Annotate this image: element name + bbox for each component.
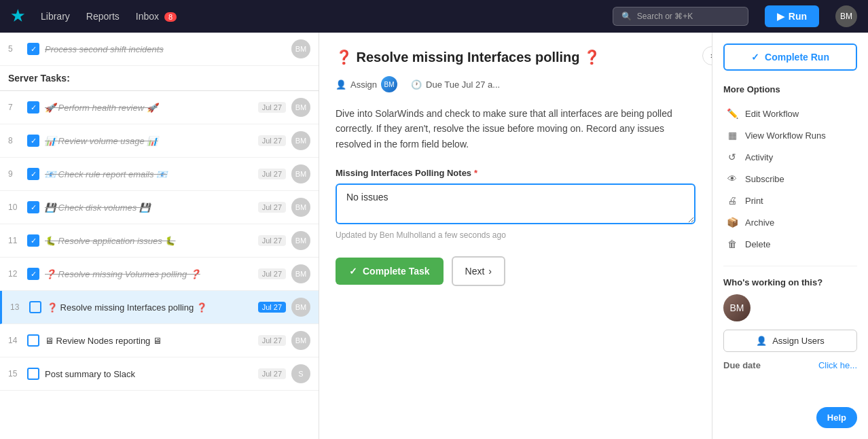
task-row[interactable]: 5 Process second shift incidents BM (0, 33, 319, 66)
task-title: 🚀 Perform health review 🚀 (45, 103, 253, 113)
who-working-label: Who's working on this? (723, 277, 857, 287)
option-icon: 📦 (726, 217, 738, 228)
assign-users-button[interactable]: 👤 Assign Users (723, 330, 857, 352)
task-checkbox[interactable] (27, 101, 39, 113)
option-delete[interactable]: 🗑Delete (723, 233, 857, 255)
right-panel: ✓ Complete Run More Options ✏️Edit Workf… (712, 33, 868, 439)
option-archive[interactable]: 📦Archive (723, 211, 857, 233)
task-row[interactable]: 13 ❓ Resolve missing Interfaces polling … (0, 291, 319, 324)
due-date-label: Due date (723, 360, 761, 370)
task-avatar: BM (291, 39, 310, 58)
task-avatar: BM (291, 264, 310, 283)
option-label: Activity (745, 152, 773, 162)
date-badge: Jul 27 (258, 235, 286, 246)
task-avatar: BM (291, 298, 310, 317)
option-edit-workflow[interactable]: ✏️Edit Workflow (723, 103, 857, 124)
date-badge: Jul 27 (258, 368, 286, 379)
task-detail-title: ❓ Resolve missing Interfaces polling ❓ (336, 49, 695, 65)
due-date-row: Due date Click he... (723, 360, 857, 370)
assign-meta[interactable]: 👤 Assign BM (336, 76, 397, 92)
option-subscribe[interactable]: 👁Subscribe (723, 168, 857, 190)
date-badge: Jul 27 (258, 169, 286, 179)
task-checkbox[interactable] (27, 334, 39, 347)
task-row[interactable]: 11 🐛 Resolve application issues 🐛 Jul 27… (0, 224, 319, 258)
task-title: 🐛 Resolve application issues 🐛 (45, 236, 253, 246)
row-number: 12 (8, 269, 22, 279)
search-box[interactable]: 🔍 Search or ⌘+K (613, 7, 748, 26)
complete-run-button[interactable]: ✓ Complete Run (723, 43, 857, 71)
date-badge: Jul 27 (258, 135, 286, 146)
task-avatar: BM (291, 164, 310, 183)
assignee-avatar: BM (381, 76, 397, 92)
nav-inbox[interactable]: Inbox 8 (136, 11, 177, 22)
nav-reports[interactable]: Reports (86, 11, 120, 22)
help-button[interactable]: Help (816, 407, 857, 428)
section-header: Server Tasks: (0, 66, 319, 91)
task-title: 💾 Check disk volumes 💾 (45, 203, 253, 213)
options-list: ✏️Edit Workflow▦View Workflow Runs↺Activ… (723, 103, 857, 255)
action-buttons: ✓ Complete Task Next › (336, 256, 695, 286)
row-number: 9 (8, 169, 22, 179)
task-row[interactable]: 10 💾 Check disk volumes 💾 Jul 27 BM (0, 191, 319, 224)
task-title: ❓ Resolve missing Interfaces polling ❓ (47, 302, 253, 313)
toggle-sidebar-button[interactable]: › (702, 46, 712, 65)
main-layout: 5 Process second shift incidents BM Serv… (0, 33, 868, 439)
complete-task-button[interactable]: ✓ Complete Task (336, 258, 444, 285)
task-title: Process second shift incidents (45, 44, 286, 54)
task-avatar: BM (291, 331, 310, 350)
logo[interactable]: ★ (11, 7, 24, 25)
due-date-link[interactable]: Click he... (818, 360, 857, 370)
date-badge: Jul 27 (258, 302, 286, 313)
nav-library[interactable]: Library (41, 11, 70, 22)
due-date-meta[interactable]: 🕐 Due Tue Jul 27 a... (411, 80, 500, 90)
task-row[interactable]: 12 ❓ Resolve missing Volumes polling ❓ J… (0, 258, 319, 291)
option-view-runs[interactable]: ▦View Workflow Runs (723, 124, 857, 146)
user-avatar[interactable]: BM (835, 5, 857, 27)
task-checkbox[interactable] (27, 168, 39, 180)
task-checkbox[interactable] (27, 43, 39, 55)
row-number: 14 (8, 336, 22, 345)
person-icon: 👤 (756, 336, 767, 346)
option-icon: 🗑 (726, 239, 738, 249)
more-options-label: More Options (723, 84, 857, 94)
task-description: Dive into SolarWinds and check to make s… (336, 106, 695, 152)
search-icon: 🔍 (621, 12, 632, 21)
row-number: 5 (8, 44, 22, 54)
notes-textarea[interactable] (336, 183, 695, 224)
row-number: 10 (8, 203, 22, 212)
option-print[interactable]: 🖨Print (723, 190, 857, 211)
task-row[interactable]: 8 📊 Review volume usage 📊 Jul 27 BM (0, 124, 319, 158)
option-label: Print (745, 196, 763, 206)
task-row[interactable]: 15 Post summary to Slack Jul 27 S (0, 357, 319, 391)
task-title: 📧 Check rule report emails 📧 (45, 169, 253, 179)
run-icon: ▶ (777, 11, 784, 22)
task-checkbox[interactable] (27, 135, 39, 147)
task-checkbox[interactable] (27, 268, 39, 280)
task-row[interactable]: 7 🚀 Perform health review 🚀 Jul 27 BM (0, 91, 319, 124)
date-badge: Jul 27 (258, 102, 286, 113)
date-badge: Jul 27 (258, 268, 286, 279)
row-number: 11 (8, 236, 22, 245)
divider (723, 266, 857, 266)
required-indicator: * (474, 168, 477, 178)
option-activity[interactable]: ↺Activity (723, 146, 857, 168)
option-icon: 🖨 (726, 195, 738, 206)
task-row[interactable]: 9 📧 Check rule report emails 📧 Jul 27 BM (0, 158, 319, 191)
option-label: Edit Workflow (745, 109, 799, 119)
center-content: › ❓ Resolve missing Interfaces polling ❓… (319, 33, 712, 439)
check-icon: ✓ (349, 266, 357, 277)
task-avatar: S (291, 364, 310, 383)
next-button[interactable]: Next › (452, 256, 505, 286)
task-list: 5 Process second shift incidents BM Serv… (0, 33, 319, 439)
task-checkbox[interactable] (29, 301, 41, 313)
task-checkbox[interactable] (27, 368, 39, 380)
task-row[interactable]: 14 🖥 Review Nodes reporting 🖥 Jul 27 BM (0, 324, 319, 357)
run-button[interactable]: ▶ Run (765, 5, 819, 27)
row-number: 7 (8, 103, 22, 112)
task-checkbox[interactable] (27, 201, 39, 213)
task-title: Post summary to Slack (45, 369, 253, 379)
clock-icon: 🕐 (411, 80, 422, 90)
task-avatar: BM (291, 198, 310, 217)
top-navigation: ★ Library Reports Inbox 8 🔍 Search or ⌘+… (0, 0, 868, 33)
task-checkbox[interactable] (27, 234, 39, 247)
